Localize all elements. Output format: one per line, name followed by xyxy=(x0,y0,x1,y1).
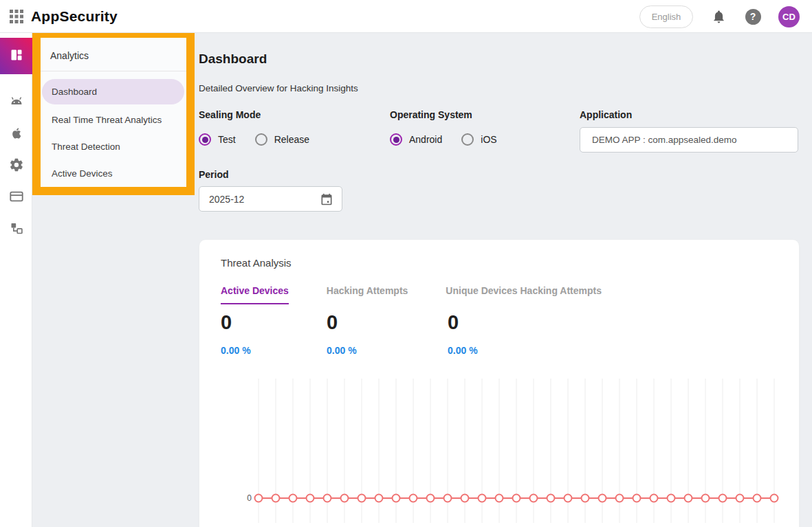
apps-grid-icon[interactable] xyxy=(6,6,27,27)
application-select-value: DEMO APP : com.appsealed.demo xyxy=(592,135,737,145)
sidebar-item-real-time-threat-analytics[interactable]: Real Time Threat Analytics xyxy=(42,107,184,133)
stats-row: 0 0.00 % 0 0.00 % 0 0.00 % xyxy=(221,311,478,356)
sitemap-icon xyxy=(10,221,23,238)
card-title: Threat Analysis xyxy=(221,257,292,269)
sidebar-divider xyxy=(41,71,186,71)
icon-rail xyxy=(0,33,32,527)
rail-hierarchy-item[interactable] xyxy=(0,214,32,245)
radio-android-label[interactable]: Android xyxy=(409,134,442,145)
sidebar-section-title: Analytics xyxy=(41,38,186,71)
stat-percent: 0.00 % xyxy=(448,345,478,356)
sidebar-item-label: Active Devices xyxy=(52,168,113,179)
credit-card-icon xyxy=(9,189,24,207)
tab-unique-devices-hacking-attempts[interactable]: Unique Devices Hacking Attempts xyxy=(446,285,602,304)
stat-value: 0 xyxy=(221,311,327,334)
app-header: AppSecurity English ? CD xyxy=(0,0,812,33)
threat-chart: 0 xyxy=(199,377,800,527)
rail-dashboard-item[interactable] xyxy=(0,38,32,74)
notifications-bell-icon[interactable] xyxy=(710,8,727,25)
application-label: Application xyxy=(580,109,632,120)
application-select[interactable]: DEMO APP : com.appsealed.demo xyxy=(580,127,798,153)
page-subtitle: Detailed Overview for Hacking Insights xyxy=(199,83,358,93)
help-question-mark: ? xyxy=(745,9,761,25)
sidebar-item-threat-detection[interactable]: Threat Detection xyxy=(42,134,184,159)
operating-system-label: Operating System xyxy=(390,109,472,120)
radio-release[interactable] xyxy=(255,133,267,146)
radio-release-label[interactable]: Release xyxy=(274,134,309,145)
sidebar-item-dashboard[interactable]: Dashboard xyxy=(42,79,184,104)
radio-android[interactable] xyxy=(390,133,402,146)
sidebar-item-label: Dashboard xyxy=(52,87,97,97)
rail-settings-item[interactable] xyxy=(0,150,32,182)
sealing-mode-radio-group: Test Release xyxy=(199,133,322,146)
tab-hacking-attempts[interactable]: Hacking Attempts xyxy=(327,285,408,304)
apple-icon xyxy=(9,126,24,144)
sidebar-annotation-box: Analytics Dashboard Real Time Threat Ana… xyxy=(32,30,195,195)
period-input[interactable]: 2025-12 xyxy=(199,186,342,212)
stat-percent: 0.00 % xyxy=(221,345,327,356)
stat-percent: 0.00 % xyxy=(327,345,448,356)
stat-active-devices: 0 0.00 % xyxy=(221,311,327,356)
sidebar-item-label: Threat Detection xyxy=(52,142,120,152)
threat-chart-svg: 0 xyxy=(199,377,800,527)
tab-active-devices[interactable]: Active Devices xyxy=(221,285,289,304)
svg-text:0: 0 xyxy=(247,493,252,503)
sidebar-item-label: Real Time Threat Analytics xyxy=(52,115,162,125)
help-icon[interactable]: ? xyxy=(744,8,762,25)
stat-unique-devices: 0 0.00 % xyxy=(448,311,478,356)
language-selector[interactable]: English xyxy=(639,5,693,28)
sealing-mode-label: Sealing Mode xyxy=(199,109,261,120)
gear-icon xyxy=(9,157,24,175)
stat-value: 0 xyxy=(327,311,448,334)
sidebar-item-active-devices[interactable]: Active Devices xyxy=(42,161,184,186)
operating-system-radio-group: Android iOS xyxy=(390,133,509,146)
android-icon xyxy=(8,93,25,113)
radio-ios[interactable] xyxy=(461,133,474,146)
period-value: 2025-12 xyxy=(209,194,244,205)
threat-tabs: Active Devices Hacking Attempts Unique D… xyxy=(221,285,639,304)
period-label: Period xyxy=(199,169,229,180)
stat-hacking-attempts: 0 0.00 % xyxy=(327,311,448,356)
threat-analysis-card: Threat Analysis Active Devices Hacking A… xyxy=(199,239,800,527)
dashboard-icon xyxy=(10,48,23,65)
radio-test-label[interactable]: Test xyxy=(218,134,236,145)
radio-test[interactable] xyxy=(199,133,211,146)
rail-apple-item[interactable] xyxy=(0,119,32,150)
app-logo-text: AppSecurity xyxy=(31,8,118,25)
page-title: Dashboard xyxy=(199,52,267,67)
calendar-icon[interactable] xyxy=(320,192,333,206)
stat-value: 0 xyxy=(448,311,478,334)
language-label: English xyxy=(652,12,681,22)
rail-billing-item[interactable] xyxy=(0,182,32,214)
rail-android-item[interactable] xyxy=(0,87,32,119)
user-avatar[interactable]: CD xyxy=(778,6,800,27)
radio-ios-label[interactable]: iOS xyxy=(481,134,496,145)
